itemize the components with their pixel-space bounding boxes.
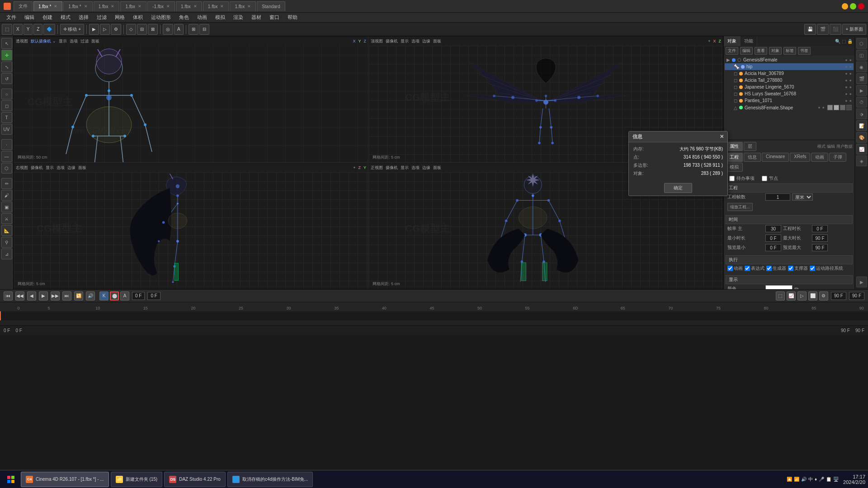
- obj-filter-icon[interactable]: ⬚: [842, 39, 846, 44]
- tool-mirror[interactable]: ⊿: [1, 249, 12, 259]
- tab-fbx2[interactable]: 1.fbx *✕: [63, 1, 92, 11]
- menu-create[interactable]: 创建: [39, 13, 56, 22]
- sys-network-icon[interactable]: 📶: [794, 477, 799, 482]
- tab-fbx8[interactable]: 1.fbx✕: [230, 1, 256, 11]
- sys-mic-icon[interactable]: 🎤: [819, 477, 824, 482]
- tool-pen[interactable]: ✏: [1, 178, 12, 189]
- sys-input-icon[interactable]: ♦: [815, 477, 817, 482]
- info-dialog-close[interactable]: ✕: [720, 134, 724, 140]
- scale-project-button[interactable]: 缩放工程...: [727, 203, 753, 211]
- taskbar-folder[interactable]: 📁 新建文件夹 (15): [111, 472, 163, 487]
- tab-standard[interactable]: Standard: [257, 1, 285, 11]
- tool-move[interactable]: ✛: [1, 50, 12, 61]
- obj-header-view[interactable]: 查看: [755, 47, 767, 55]
- btn-render-preview[interactable]: ⬜: [808, 291, 817, 300]
- toolbar-frame-sel[interactable]: ⊠: [148, 24, 158, 35]
- menu-character[interactable]: 角色: [175, 13, 193, 22]
- toolbar-right3[interactable]: ⬛: [830, 24, 841, 35]
- obj-render-shape[interactable]: ●: [822, 105, 825, 110]
- obj-header-file[interactable]: 文件: [726, 47, 738, 55]
- anim-checkbox[interactable]: [727, 266, 733, 271]
- menu-presets[interactable]: 器材: [248, 13, 265, 22]
- menu-volume[interactable]: 体积: [129, 13, 146, 22]
- tool-uv[interactable]: UV: [1, 124, 12, 135]
- menu-render[interactable]: 渲染: [230, 13, 247, 22]
- fps-input[interactable]: [765, 193, 790, 201]
- btn-audio[interactable]: 🔊: [86, 291, 95, 300]
- btn-timeline-mode[interactable]: ⬚: [776, 291, 785, 300]
- obj-render-hip[interactable]: ●: [849, 65, 852, 69]
- obj-render-tail[interactable]: ●: [849, 78, 852, 83]
- sub-tab-cineware[interactable]: Cineware: [762, 153, 789, 162]
- obj-render-panties[interactable]: ●: [849, 99, 852, 103]
- project-section-title[interactable]: 工程: [726, 183, 853, 192]
- tool-object[interactable]: ○: [1, 89, 12, 99]
- vp-top-panel[interactable]: 面板: [433, 38, 441, 44]
- start-button[interactable]: [3, 472, 19, 487]
- obj-vis-shape[interactable]: ●: [818, 105, 820, 110]
- timeline-playhead[interactable]: [0, 311, 1, 320]
- obj-header-objects[interactable]: 对象: [769, 47, 782, 55]
- menu-simulate[interactable]: 模拟: [212, 13, 229, 22]
- vp-camera-name[interactable]: 默认摄像机 ⌄: [31, 38, 56, 44]
- sub-tab-info[interactable]: 信息: [744, 153, 761, 162]
- info-ok-button[interactable]: 确定: [664, 183, 692, 193]
- window-controls[interactable]: [842, 3, 864, 9]
- toolbar-render[interactable]: ▷: [100, 24, 110, 35]
- toolbar-render-settings[interactable]: ⚙: [111, 24, 121, 35]
- toolbar-snap[interactable]: ◎: [163, 24, 173, 35]
- tab-fbx5[interactable]: -1.fbx✕: [147, 1, 175, 11]
- tool-rotate[interactable]: ↺: [1, 73, 12, 84]
- preview-min-input[interactable]: [765, 244, 781, 251]
- current-frame-display[interactable]: 0 F: [132, 292, 145, 300]
- toolbar-move[interactable]: ✛ 移动 +: [60, 24, 84, 35]
- btn-loop[interactable]: 🔁: [74, 291, 83, 300]
- vp-front-edge[interactable]: 边缘: [422, 165, 430, 171]
- sys-monitor-icon[interactable]: 🖥️: [833, 477, 839, 482]
- color-edit-icon[interactable]: ✏: [794, 286, 799, 289]
- obj-item-hair[interactable]: ◻ Acicia Hair_306789 ● ●: [725, 70, 854, 77]
- toolbar-frame-all[interactable]: ⊟: [137, 24, 147, 35]
- obj-render-hair[interactable]: ●: [849, 71, 852, 76]
- right-icon-expand[interactable]: ▶: [856, 277, 867, 287]
- vp-filter[interactable]: 过滤: [80, 38, 89, 44]
- toolbar-coords[interactable]: 🔷: [43, 24, 55, 35]
- obj-item-genesis8female[interactable]: ▶ ⬡ Genesis8Female ● ●: [725, 56, 854, 63]
- right-icon-scene[interactable]: 🎬: [856, 73, 867, 84]
- obj-tab-objects[interactable]: 对象: [724, 36, 741, 46]
- obj-search-icon[interactable]: 🔍: [835, 39, 840, 44]
- mat-slot-1[interactable]: [827, 105, 833, 110]
- tool-poly[interactable]: ⬡: [1, 163, 12, 174]
- min-time-input[interactable]: [765, 235, 781, 242]
- gen-checkbox[interactable]: [766, 266, 772, 271]
- sys-clipboard-icon[interactable]: 📋: [826, 477, 831, 482]
- obj-vis-lingerie[interactable]: ●: [845, 85, 847, 89]
- vp-right-display[interactable]: 显示: [46, 165, 54, 171]
- close-button[interactable]: [858, 3, 864, 9]
- timing-section-title[interactable]: 时间: [726, 215, 853, 224]
- tab-fbx1[interactable]: 1.fbx *✕: [33, 1, 62, 11]
- max-time-input[interactable]: [812, 235, 828, 242]
- vp-options[interactable]: 选项: [70, 38, 78, 44]
- btn-timeline-settings[interactable]: ⚙: [819, 291, 828, 300]
- vp-top-select[interactable]: 选项: [411, 38, 420, 44]
- btn-preview[interactable]: ▷: [797, 291, 807, 300]
- props-mode-icon[interactable]: 模式: [817, 144, 826, 150]
- tool-model[interactable]: ◻: [1, 100, 12, 111]
- vp-front-panel[interactable]: 面板: [433, 165, 441, 171]
- tab-fbx7[interactable]: 1.fbx✕: [203, 1, 229, 11]
- btn-to-end[interactable]: ⏭: [62, 291, 71, 300]
- checkbox-node-input[interactable]: [762, 176, 767, 181]
- taskbar-clock[interactable]: 17:17 2024/2/20: [843, 474, 865, 485]
- obj-vis-panties[interactable]: ●: [845, 99, 847, 103]
- obj-item-tail[interactable]: ◻ Acicia Tail_278880 ● ●: [725, 77, 854, 84]
- btn-to-start[interactable]: ⏮: [4, 291, 13, 300]
- timeline-track[interactable]: [0, 311, 868, 320]
- maximize-button[interactable]: [850, 3, 856, 9]
- mat-slot-2[interactable]: [834, 105, 839, 110]
- vp-front-display[interactable]: 显示: [401, 165, 409, 171]
- obj-lock-icon[interactable]: 🔒: [847, 39, 853, 44]
- right-icon-node[interactable]: ⬗: [856, 108, 867, 119]
- obj-tab-functions[interactable]: 功能: [741, 36, 757, 46]
- right-icon-anim[interactable]: ⏱: [856, 97, 867, 108]
